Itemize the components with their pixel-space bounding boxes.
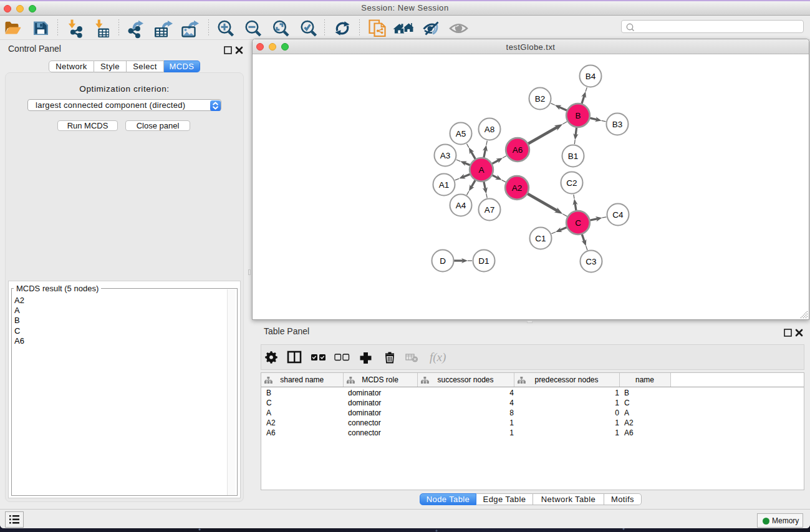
svg-text:A6: A6 <box>513 145 523 155</box>
svg-text:A2: A2 <box>512 183 523 193</box>
svg-text:A3: A3 <box>440 151 451 160</box>
svg-text:D1: D1 <box>478 256 489 266</box>
svg-text:B1: B1 <box>568 152 579 161</box>
svg-text:B: B <box>575 111 581 120</box>
svg-text:D: D <box>440 256 446 266</box>
svg-text:A: A <box>478 165 484 175</box>
svg-text:C: C <box>575 218 581 228</box>
svg-text:A5: A5 <box>456 129 466 138</box>
svg-text:B4: B4 <box>586 72 596 81</box>
svg-text:B3: B3 <box>612 120 623 129</box>
svg-text:A7: A7 <box>485 205 495 215</box>
svg-text:f(x): f(x) <box>430 351 446 364</box>
svg-text:C1: C1 <box>535 234 546 243</box>
svg-text:C2: C2 <box>566 178 577 188</box>
svg-text:A1: A1 <box>439 180 450 190</box>
svg-text:B2: B2 <box>535 94 546 104</box>
svg-text:C4: C4 <box>612 210 624 220</box>
svg-text:C3: C3 <box>586 257 596 266</box>
svg-text:A4: A4 <box>456 201 466 210</box>
svg-text:A8: A8 <box>485 125 495 134</box>
